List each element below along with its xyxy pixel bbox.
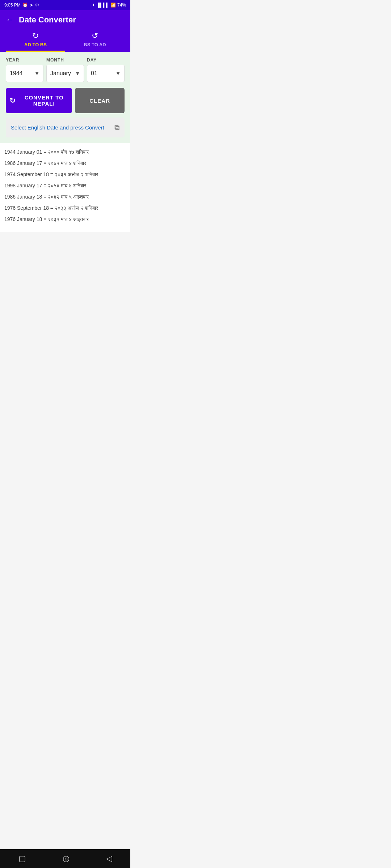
location-icon: ➤	[30, 3, 33, 8]
wifi-icon: 📶	[110, 3, 116, 8]
tab-bar: ↻ AD TO BS ↺ BS TO AD	[6, 31, 125, 52]
year-value: 1944	[10, 70, 23, 77]
back-button[interactable]: ←	[6, 15, 14, 25]
refresh-icon-2: ↺	[65, 31, 125, 41]
tab-ad-to-bs-label: AD TO BS	[6, 42, 65, 47]
month-selector-group: MONTH January ▼	[46, 58, 84, 82]
year-selector-group: YEAR 1944 ▼	[6, 58, 43, 82]
year-label: YEAR	[6, 58, 43, 63]
history-item-7: 1976 January 18 = २०३२ माघ ४ आइतबार	[4, 216, 126, 223]
day-selector-group: DAY 01 ▼	[87, 58, 125, 82]
day-dropdown[interactable]: 01 ▼	[87, 65, 125, 82]
status-left: 9:05 PM ⏰ ➤ ⚙	[4, 3, 39, 8]
convert-icon: ↻	[9, 96, 16, 105]
tab-ad-to-bs[interactable]: ↻ AD TO BS	[6, 31, 65, 52]
year-dropdown[interactable]: 1944 ▼	[6, 65, 43, 82]
bluetooth-icon: ✦	[92, 3, 95, 8]
history-item-6: 1976 September 18 = २०३३ असोज २ शनिबार	[4, 204, 126, 212]
clear-button[interactable]: CLEAR	[75, 88, 125, 113]
refresh-icon-1: ↻	[6, 31, 65, 41]
convert-button[interactable]: ↻ CONVERT TO NEPALI	[6, 88, 72, 113]
tab-bs-to-ad[interactable]: ↺ BS TO AD	[65, 31, 125, 52]
month-value: January	[50, 70, 71, 77]
year-dropdown-arrow: ▼	[34, 71, 39, 76]
month-dropdown-arrow: ▼	[75, 71, 80, 76]
settings-icon: ⚙	[35, 3, 39, 8]
copy-button[interactable]: ⧉	[114, 123, 119, 132]
main-content: YEAR 1944 ▼ MONTH January ▼ DAY 01 ▼ ↻ C…	[0, 52, 130, 143]
action-buttons: ↻ CONVERT TO NEPALI CLEAR	[6, 88, 125, 113]
convert-label: CONVERT TO NEPALI	[20, 94, 68, 107]
month-label: MONTH	[46, 58, 84, 63]
app-header: ← Date Converter ↻ AD TO BS ↺ BS TO AD	[0, 10, 130, 52]
time-display: 9:05 PM	[4, 3, 21, 8]
day-value: 01	[91, 70, 97, 77]
day-dropdown-arrow: ▼	[115, 71, 121, 76]
history-item-3: 1974 September 18 = २०३१ असोज २ शनिबार	[4, 171, 126, 178]
result-text: Select English Date and press Convert	[11, 124, 104, 131]
history-item-1: 1944 January 01 = २००० पौष १७ शनिबार	[4, 148, 126, 156]
history-item-2: 1986 January 17 = २०४२ माघ ४ शनिबार	[4, 159, 126, 167]
day-label: DAY	[87, 58, 125, 63]
signal-icon: ▐▌▌▌	[97, 3, 109, 8]
status-right: ✦ ▐▌▌▌ 📶 74%	[92, 3, 126, 8]
history-list: 1944 January 01 = २००० पौष १७ शनिबार 198…	[0, 143, 130, 232]
page-title: Date Converter	[19, 15, 76, 25]
clear-label: CLEAR	[89, 98, 110, 104]
history-item-5: 1986 January 18 = २०४२ माघ ५ आइतबार	[4, 193, 126, 201]
result-box: Select English Date and press Convert ⧉	[6, 118, 125, 137]
tab-bs-to-ad-label: BS TO AD	[65, 42, 125, 47]
alarm-icon: ⏰	[22, 3, 28, 8]
status-bar: 9:05 PM ⏰ ➤ ⚙ ✦ ▐▌▌▌ 📶 74%	[0, 0, 130, 10]
month-dropdown[interactable]: January ▼	[46, 65, 84, 82]
date-selectors: YEAR 1944 ▼ MONTH January ▼ DAY 01 ▼	[6, 58, 125, 82]
history-item-4: 1998 January 17 = २०५४ माघ ४ शनिबार	[4, 182, 126, 190]
battery-display: 74%	[117, 3, 126, 8]
